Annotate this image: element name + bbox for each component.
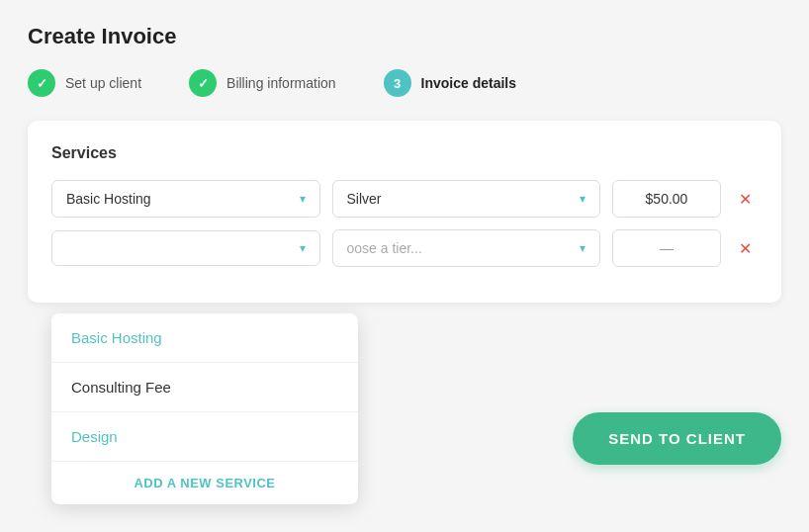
dropdown-item-consulting-fee[interactable]: Consulting Fee [51, 363, 358, 412]
step-invoice-details: 3 Invoice details [384, 69, 516, 97]
chevron-down-icon-4: ▾ [580, 241, 585, 255]
step-2-check-icon: ✓ [198, 76, 209, 91]
chevron-down-icon-2: ▾ [580, 192, 585, 206]
remove-row-1-button[interactable]: ✕ [733, 186, 758, 213]
steps-bar: ✓ Set up client ✓ Billing information 3 … [28, 69, 781, 97]
services-card: Services Basic Hosting ▾ Silver ▾ $50.00… [28, 121, 781, 303]
price-value-1: $50.00 [646, 191, 688, 207]
step-1-label: Set up client [65, 75, 141, 91]
service-row-1: Basic Hosting ▾ Silver ▾ $50.00 ✕ [51, 180, 758, 218]
service-select-1[interactable]: Basic Hosting ▾ [51, 180, 320, 218]
services-heading: Services [51, 144, 758, 162]
remove-row-2-button[interactable]: ✕ [733, 235, 758, 262]
service-select-1-value: Basic Hosting [66, 191, 151, 207]
chevron-down-icon-3: ▾ [300, 241, 306, 255]
chevron-down-icon-1: ▾ [300, 192, 306, 206]
step-2-label: Billing information [226, 75, 336, 91]
step-1-check-icon: ✓ [37, 76, 47, 91]
send-to-client-button[interactable]: SEND TO CLIENT [573, 412, 781, 465]
step-3-circle: 3 [384, 69, 411, 97]
dropdown-item-design[interactable]: Design [51, 412, 358, 462]
page-title: Create Invoice [28, 24, 781, 49]
page: Create Invoice ✓ Set up client ✓ Billing… [0, 0, 809, 532]
step-setup-client: ✓ Set up client [28, 69, 141, 97]
service-row-2: ▾ oose a tier... ▾ — ✕ [51, 229, 758, 267]
step-3-label: Invoice details [421, 75, 516, 91]
step-3-number: 3 [394, 76, 401, 91]
tier-select-2[interactable]: oose a tier... ▾ [332, 229, 601, 267]
service-dropdown-menu: Basic Hosting Consulting Fee Design ADD … [51, 313, 358, 504]
price-box-1: $50.00 [612, 180, 721, 218]
add-new-service-button[interactable]: ADD A NEW SERVICE [51, 462, 358, 504]
tier-select-1-value: Silver [347, 191, 382, 207]
step-2-circle: ✓ [189, 69, 217, 97]
dropdown-item-basic-hosting[interactable]: Basic Hosting [51, 313, 358, 363]
step-billing-info: ✓ Billing information [189, 69, 336, 97]
step-1-circle: ✓ [28, 69, 55, 97]
price-box-2: — [612, 229, 721, 267]
service-select-2[interactable]: ▾ [51, 230, 320, 266]
price-value-2: — [660, 240, 674, 256]
tier-select-1[interactable]: Silver ▾ [332, 180, 601, 218]
tier-select-2-placeholder: oose a tier... [347, 240, 422, 256]
